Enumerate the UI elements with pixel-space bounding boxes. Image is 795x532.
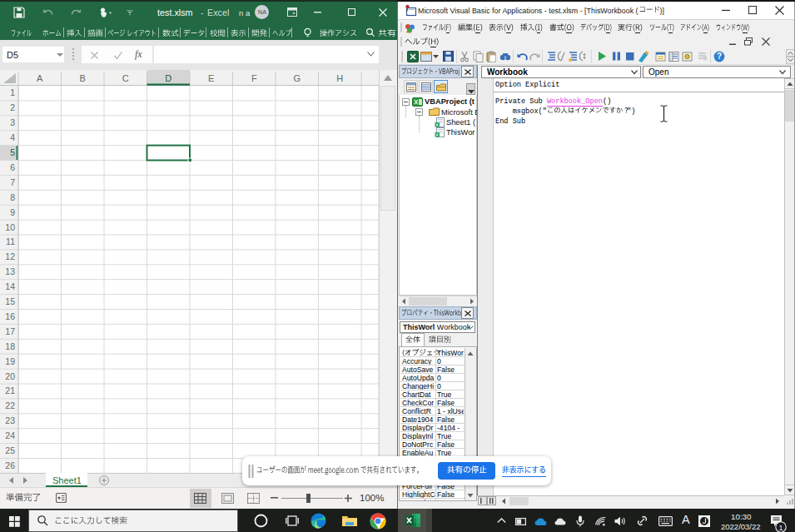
svg-text:13: 13 <box>5 266 15 276</box>
svg-text:20: 20 <box>5 371 15 381</box>
svg-text:G: G <box>293 73 301 83</box>
svg-text:E: E <box>208 73 214 83</box>
svg-text:8: 8 <box>10 192 15 202</box>
svg-text:21: 21 <box>5 385 15 395</box>
svg-text:14: 14 <box>5 281 15 291</box>
svg-text:22: 22 <box>5 400 15 410</box>
svg-text:4: 4 <box>10 132 15 142</box>
svg-text:17: 17 <box>5 326 15 336</box>
svg-text:1: 1 <box>778 524 783 532</box>
svg-text:18: 18 <box>5 341 15 351</box>
svg-text:16: 16 <box>5 311 15 321</box>
svg-text:10: 10 <box>5 222 15 232</box>
svg-text:19: 19 <box>5 356 15 366</box>
svg-text:15: 15 <box>5 296 15 306</box>
svg-text:?: ? <box>717 52 722 61</box>
svg-text:6: 6 <box>10 162 15 172</box>
svg-text:2: 2 <box>10 102 15 112</box>
svg-text:11: 11 <box>6 236 15 246</box>
svg-text:7: 7 <box>10 177 15 187</box>
svg-text:3: 3 <box>10 117 15 127</box>
svg-text:D: D <box>165 73 171 83</box>
svg-text:1: 1 <box>10 87 15 97</box>
svg-text:9: 9 <box>10 207 15 217</box>
svg-text:12: 12 <box>5 251 15 261</box>
svg-text:B: B <box>80 73 86 83</box>
svg-text:24: 24 <box>5 430 15 440</box>
svg-text:C: C <box>122 73 129 83</box>
svg-text:F: F <box>251 73 257 83</box>
svg-text:23: 23 <box>5 415 15 425</box>
svg-text:25: 25 <box>5 445 15 455</box>
svg-text:A: A <box>37 73 43 83</box>
svg-text:26: 26 <box>5 460 15 470</box>
svg-text:5: 5 <box>10 147 15 157</box>
svg-text:H: H <box>336 73 343 83</box>
